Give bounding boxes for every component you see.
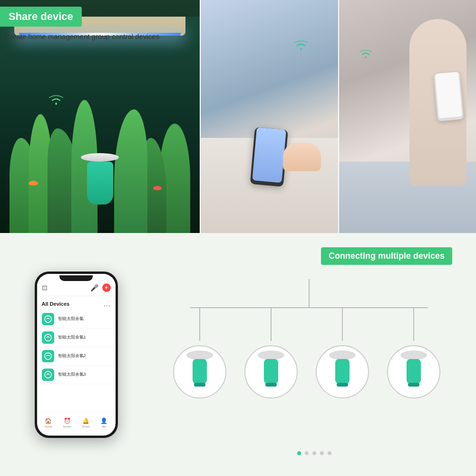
nav-smart[interactable]: 🔔 Smart [82, 418, 89, 428]
svg-point-2 [45, 353, 51, 359]
device-icon-0 [42, 313, 54, 325]
scene-nav-icon: ⏰ [64, 418, 71, 424]
bottom-right: Connecting multiple devices [152, 233, 476, 476]
wifi-signal-tank [48, 93, 65, 108]
device-list-item-0[interactable]: 智能太阳余氯 [37, 310, 116, 329]
mic-icon: 🎤 [90, 284, 98, 291]
top-right-panels [200, 0, 476, 233]
svg-point-1 [45, 334, 51, 341]
device-icon-1 [42, 331, 54, 344]
nav-me[interactable]: 👤 Me [100, 418, 107, 428]
person-phone [434, 70, 464, 121]
panel-photo-right [338, 0, 476, 233]
svg-point-23 [400, 350, 427, 360]
dot-1 [297, 451, 301, 455]
svg-rect-24 [407, 359, 421, 384]
device-name-2: 智能太阳余氯2 [58, 353, 86, 359]
device-top [81, 153, 119, 162]
devices-menu-dots[interactable]: ... [104, 300, 111, 308]
svg-point-0 [45, 316, 51, 322]
dot-2 [305, 451, 309, 455]
share-badge: Share device [0, 7, 82, 27]
device-icon-3 [42, 369, 54, 381]
device-body [87, 162, 113, 204]
top-section: Share device Create home management grou… [0, 0, 476, 233]
subtitle-text: Create home management group control dev… [5, 32, 159, 40]
svg-rect-13 [194, 383, 205, 387]
me-nav-label: Me [102, 425, 106, 428]
all-devices-label: All Devices [42, 301, 70, 307]
aquarium-panel: Share device Create home management grou… [0, 0, 200, 233]
app-header-right: 🎤 + [90, 283, 111, 292]
bottom-left: ⊡ 🎤 + All Devices ... [0, 233, 152, 476]
svg-rect-12 [193, 359, 207, 384]
panel-photo-left [200, 0, 338, 233]
svg-point-11 [186, 350, 213, 360]
wifi-signal-right [358, 48, 373, 61]
app-bottom-nav: 🏠 Home ⏰ Scene 🔔 Smart 👤 Me [39, 412, 113, 433]
svg-rect-25 [408, 383, 419, 387]
svg-rect-17 [265, 383, 277, 387]
network-svg [162, 279, 452, 431]
add-button[interactable]: + [102, 283, 111, 292]
smart-nav-label: Smart [82, 425, 89, 428]
fish-3 [153, 186, 162, 190]
device-icon-2 [42, 350, 54, 362]
device-name-1: 智能太阳余氯1 [58, 334, 86, 340]
device-name-3: 智能太阳余氯3 [58, 371, 86, 378]
device-list-item-1[interactable]: 智能太阳余氯1 [37, 329, 116, 347]
device-list: 智能太阳余氯 智能太阳余氯1 智能太阳余氯2 [37, 310, 116, 384]
dot-4 [320, 451, 324, 455]
network-diagram [162, 279, 466, 460]
svg-rect-16 [264, 359, 278, 384]
bottom-section: ⊡ 🎤 + All Devices ... [0, 233, 476, 476]
pagination-dots [297, 451, 331, 455]
smartphone-notch [59, 275, 93, 281]
dot-5 [328, 451, 331, 455]
svg-point-15 [258, 350, 284, 360]
svg-rect-21 [337, 383, 348, 387]
device-in-tank [81, 153, 119, 204]
plant-7 [114, 109, 147, 233]
app-devices-header: All Devices ... [37, 296, 116, 310]
home-nav-icon: 🏠 [45, 418, 52, 424]
device-list-item-2[interactable]: 智能太阳余氯2 [37, 347, 116, 366]
dot-3 [312, 451, 316, 455]
svg-point-3 [45, 371, 51, 378]
smartphone-mockup: ⊡ 🎤 + All Devices ... [35, 272, 118, 438]
device-list-item-3[interactable]: 智能太阳余氯3 [37, 366, 116, 384]
fish-1 [29, 181, 38, 185]
svg-rect-20 [335, 359, 350, 384]
nav-scene[interactable]: ⏰ Scene [63, 418, 71, 428]
smart-nav-icon: 🔔 [82, 418, 89, 424]
scene-nav-label: Scene [63, 425, 71, 428]
aquarium-water [0, 17, 200, 233]
me-nav-icon: 👤 [100, 418, 107, 424]
home-nav-label: Home [45, 425, 52, 428]
nav-home[interactable]: 🏠 Home [45, 418, 52, 428]
smartphone-screen: ⊡ 🎤 + All Devices ... [37, 274, 116, 436]
app-home-icon: ⊡ [42, 284, 48, 291]
wifi-signal-left [292, 38, 310, 53]
device-name-0: 智能太阳余氯 [58, 316, 84, 322]
connecting-badge: Connecting multiple devices [321, 247, 452, 265]
svg-point-19 [329, 350, 356, 360]
